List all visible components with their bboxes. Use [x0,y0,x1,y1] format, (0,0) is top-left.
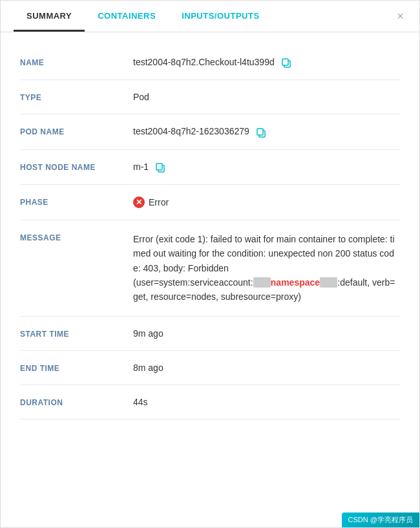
csdn-watermark: CSDN @学亮程序员 [342,512,419,527]
copy-name-icon[interactable] [281,58,291,68]
label-start-time: START TIME [20,328,133,339]
name-text: test2004-8q7h2.Checkout-l4tu399d [133,57,275,67]
field-phase: PHASE ✕ Error [20,185,400,220]
value-start-time: 9m ago [133,328,400,339]
value-end-time: 8m ago [133,363,400,373]
label-pod-name: POD NAME [20,126,133,136]
tab-bar: SUMMARY CONTAINERS INPUTS/OUTPUTS × [1,1,419,32]
content-area: NAME test2004-8q7h2.Checkout-l4tu399d TY… [1,32,419,432]
value-message: Error (exit code 1): failed to wait for … [133,232,400,304]
field-pod-name: POD NAME test2004-8q7h2-1623036279 [20,114,400,149]
value-name: test2004-8q7h2.Checkout-l4tu399d [133,57,400,68]
field-name: NAME test2004-8q7h2.Checkout-l4tu399d [20,45,400,80]
value-type: Pod [133,92,400,102]
value-duration: 44s [133,397,400,407]
namespace-value-blur [320,277,337,288]
label-message: MESSAGE [20,232,133,242]
host-node-text: m-1 [133,162,149,172]
value-pod-name: test2004-8q7h2-1623036279 [133,126,400,137]
label-phase: PHASE [20,196,133,207]
main-window: SUMMARY CONTAINERS INPUTS/OUTPUTS × NAME… [0,0,420,528]
field-duration: DURATION 44s [20,385,400,419]
phase-error-container: ✕ Error [133,196,400,208]
close-button[interactable]: × [394,10,406,22]
label-duration: DURATION [20,397,133,407]
value-phase: ✕ Error [133,196,400,208]
label-type: TYPE [20,92,133,102]
tab-inputs-outputs[interactable]: INPUTS/OUTPUTS [169,1,272,32]
phase-text: Error [149,197,169,207]
tab-summary[interactable]: SUMMARY [14,1,85,32]
label-host-node-name: HOST NODE NAME [20,162,133,172]
field-start-time: START TIME 9m ago [20,317,400,351]
namespace-blur [253,277,271,288]
svg-rect-3 [257,129,263,135]
pod-name-text: test2004-8q7h2-1623036279 [133,126,249,136]
tab-containers[interactable]: CONTAINERS [85,1,169,32]
value-host-node-name: m-1 [133,162,400,173]
content-wrapper: NAME test2004-8q7h2.Checkout-l4tu399d TY… [1,32,419,527]
svg-rect-5 [156,164,162,170]
svg-rect-1 [282,59,288,65]
field-host-node-name: HOST NODE NAME m-1 [20,150,400,185]
label-end-time: END TIME [20,363,133,373]
copy-pod-name-icon[interactable] [256,127,266,138]
namespace-label: namespace [271,277,320,288]
field-type: TYPE Pod [20,80,400,114]
field-end-time: END TIME 8m ago [20,351,400,385]
copy-host-node-icon[interactable] [155,162,165,173]
error-icon: ✕ [133,196,145,208]
field-message: MESSAGE Error (exit code 1): failed to w… [20,220,400,317]
label-name: NAME [20,57,133,67]
